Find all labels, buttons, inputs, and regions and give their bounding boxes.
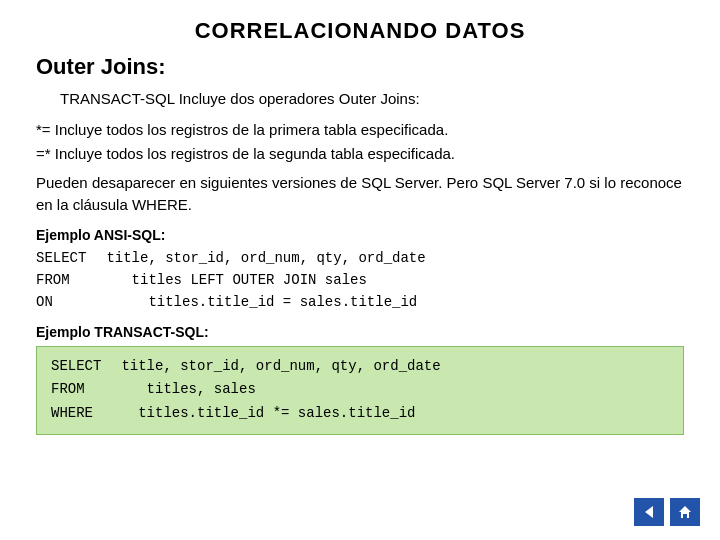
- code-text: titles.title_id *= sales.title_id: [113, 402, 415, 426]
- code-text: titles.title_id = sales.title_id: [98, 291, 417, 313]
- outer-joins-title: Outer Joins:: [36, 54, 684, 80]
- code-line: FROM titles, sales: [51, 378, 669, 402]
- code-line: SELECT title, stor_id, ord_num, qty, ord…: [36, 247, 684, 269]
- keyword: FROM: [51, 378, 113, 402]
- warning-text: Pueden desaparecer en siguientes version…: [36, 172, 684, 217]
- home-icon: [677, 504, 693, 520]
- example2-label: Ejemplo TRANSACT-SQL:: [36, 324, 684, 340]
- main-title: CORRELACIONANDO DATOS: [36, 18, 684, 44]
- keyword: SELECT: [36, 247, 98, 269]
- operator1-text: *= Incluye todos los registros de la pri…: [36, 119, 684, 142]
- code-text: title, stor_id, ord_num, qty, ord_date: [113, 355, 441, 379]
- page: CORRELACIONANDO DATOS Outer Joins: TRANS…: [0, 0, 720, 540]
- example1-code: SELECT title, stor_id, ord_num, qty, ord…: [36, 247, 684, 314]
- keyword: WHERE: [51, 402, 113, 426]
- svg-marker-0: [645, 506, 653, 518]
- intro-text: TRANSACT-SQL Incluye dos operadores Oute…: [60, 88, 684, 111]
- keyword: FROM: [36, 269, 98, 291]
- code-text: titles LEFT OUTER JOIN sales: [98, 269, 367, 291]
- code-text: titles, sales: [113, 378, 256, 402]
- code-text: title, stor_id, ord_num, qty, ord_date: [98, 247, 426, 269]
- code-line: ON titles.title_id = sales.title_id: [36, 291, 684, 313]
- home-button[interactable]: [670, 498, 700, 526]
- code-line: FROM titles LEFT OUTER JOIN sales: [36, 269, 684, 291]
- keyword: SELECT: [51, 355, 113, 379]
- code-line: SELECT title, stor_id, ord_num, qty, ord…: [51, 355, 669, 379]
- example2-code: SELECT title, stor_id, ord_num, qty, ord…: [36, 346, 684, 435]
- keyword: ON: [36, 291, 98, 313]
- svg-marker-1: [679, 506, 691, 518]
- bottom-navigation: [634, 498, 700, 526]
- example1-label: Ejemplo ANSI-SQL:: [36, 227, 684, 243]
- back-icon: [641, 504, 657, 520]
- operator2-text: =* Incluye todos los registros de la seg…: [36, 143, 684, 166]
- code-line: WHERE titles.title_id *= sales.title_id: [51, 402, 669, 426]
- back-button[interactable]: [634, 498, 664, 526]
